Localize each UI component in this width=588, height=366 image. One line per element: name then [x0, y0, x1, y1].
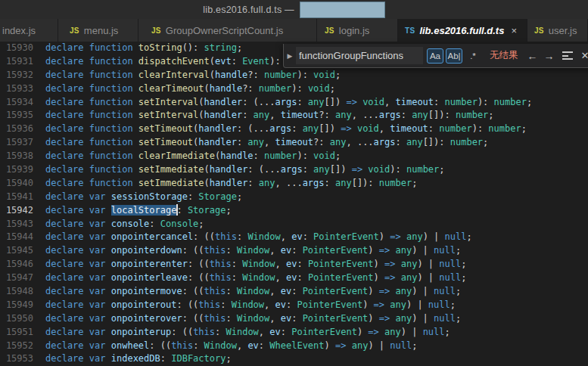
editor: 15930 declare function toString(): strin…: [0, 42, 588, 366]
vscode-window: lib.es2016.full.d.ts — index.js JS menu.…: [0, 0, 588, 366]
line-code: declare function dispatchEvent(evt: Even…: [33, 55, 286, 69]
file-type-icon: JS: [534, 26, 544, 35]
regex-button[interactable]: .*: [465, 48, 481, 64]
tab-label: index.js: [2, 25, 36, 36]
previous-match-button[interactable]: ←: [527, 50, 538, 62]
line-number: 15948: [0, 285, 33, 299]
redacted-title-block: [300, 2, 385, 18]
code-line[interactable]: 15947 declare var onpointerleave: ((this…: [0, 271, 588, 285]
match-case-label: Aa: [430, 51, 440, 60]
code-line[interactable]: 15949 declare var onpointerout: ((this: …: [0, 299, 588, 312]
tab-close-icon[interactable]: ×: [509, 25, 519, 36]
line-code: declare function setTimeout(handler: (..…: [33, 123, 527, 136]
code-line[interactable]: 15932 declare function clearInterval(han…: [0, 69, 588, 82]
line-code: declare var sessionStorage: Storage;: [33, 191, 242, 204]
line-code: declare function clearTimeout(handle?: n…: [33, 82, 335, 96]
line-number: 15945: [0, 244, 33, 258]
line-number: 15938: [0, 150, 33, 163]
line-code: declare var onwheel: ((this: Window, ev:…: [33, 340, 417, 353]
tab-label: GroupOwnerScriptCount.js: [166, 25, 283, 36]
line-code: declare var onpointerover: ((this: Windo…: [33, 312, 461, 326]
toggle-replace-icon[interactable]: ▶: [284, 52, 296, 60]
file-type-icon: JS: [70, 26, 79, 35]
line-number: 15936: [0, 123, 33, 136]
line-number: 15937: [0, 136, 33, 150]
code-line[interactable]: 15950 declare var onpointerover: ((this:…: [0, 312, 588, 326]
line-code: declare var console: Console;: [33, 218, 204, 231]
code-line[interactable]: 15945 declare var onpointerdown: ((this:…: [0, 244, 588, 258]
tab-label: user.js: [549, 25, 577, 36]
window-title: lib.es2016.full.d.ts —: [203, 5, 294, 15]
file-type-icon: TS: [405, 26, 415, 35]
code-line[interactable]: 15946 declare var onpointerenter: ((this…: [0, 258, 588, 271]
code-line[interactable]: 15941 declare var sessionStorage: Storag…: [0, 191, 588, 204]
code-line[interactable]: 15948 declare var onpointermove: ((this:…: [0, 285, 588, 299]
whole-word-button[interactable]: Ab|: [446, 48, 462, 64]
code-line[interactable]: 15943 declare var console: Console;: [0, 218, 588, 231]
code-line[interactable]: 15936 declare function setTimeout(handle…: [0, 123, 588, 136]
code-line[interactable]: 15944 declare var onpointercancel: ((thi…: [0, 231, 588, 244]
line-code: declare var onpointercancel: ((this: Win…: [33, 231, 472, 244]
line-code: declare var onpointerenter: ((this: Wind…: [33, 258, 466, 271]
line-code: declare function setImmediate(handler: (…: [33, 163, 445, 177]
line-code: declare var localStorage: Storage;: [33, 204, 232, 218]
line-code: declare var indexedDB: IDBFactory;: [33, 352, 232, 366]
line-number: 15952: [0, 340, 33, 353]
line-number: 15943: [0, 218, 33, 231]
find-in-selection-icon[interactable]: [562, 51, 574, 60]
find-widget: ▶ Aa Ab| .* 无结果 ← → ✕: [283, 44, 588, 68]
find-results-status: 无结果: [490, 49, 518, 62]
file-type-icon: JS: [151, 26, 161, 35]
tab-bar: index.js JS menu.js JS GroupOwnerScriptC…: [0, 19, 588, 42]
code-area: 15930 declare function toString(): strin…: [0, 42, 588, 366]
next-match-button[interactable]: →: [544, 50, 555, 62]
line-code: declare function setInterval(handler: (.…: [33, 96, 532, 110]
code-line[interactable]: 15952 declare var onwheel: ((this: Windo…: [0, 340, 588, 353]
line-code: declare var onpointerleave: ((this: Wind…: [33, 271, 466, 285]
line-number: 15934: [0, 96, 33, 110]
line-number: 15941: [0, 191, 33, 204]
tab-label: lib.es2016.full.d.ts: [419, 25, 504, 36]
line-number: 15949: [0, 299, 33, 312]
code-line[interactable]: 15938 declare function clearImmediate(ha…: [0, 150, 588, 163]
tab-login.js[interactable]: JS login.js: [317, 19, 398, 42]
line-number: 15935: [0, 109, 33, 123]
whole-word-label: Ab|: [447, 51, 460, 60]
tab-label: login.js: [339, 25, 369, 36]
line-number: 15942: [0, 204, 33, 218]
line-number: 15930: [0, 42, 33, 55]
tab-lib.es2016.full.d.ts[interactable]: TS lib.es2016.full.d.ts ×: [398, 19, 527, 42]
code-line[interactable]: 15939 declare function setImmediate(hand…: [0, 163, 588, 177]
line-number: 15940: [0, 177, 33, 191]
find-close-icon[interactable]: ✕: [581, 50, 588, 61]
code-line[interactable]: 15951 declare var onpointerup: ((this: W…: [0, 326, 588, 340]
find-input[interactable]: [296, 47, 423, 64]
match-case-button[interactable]: Aa: [427, 48, 443, 64]
line-number: 15939: [0, 163, 33, 177]
tab-menu.js[interactable]: JS menu.js: [58, 19, 138, 42]
tab-user.js[interactable]: JS user.js: [527, 19, 588, 42]
code-line[interactable]: 15940 declare function setImmediate(hand…: [0, 177, 588, 191]
line-number: 15951: [0, 326, 33, 340]
code-line[interactable]: 15934 declare function setInterval(handl…: [0, 96, 588, 110]
line-number: 15933: [0, 82, 33, 96]
tab-label: menu.js: [84, 25, 119, 36]
code-line[interactable]: 15953 declare var indexedDB: IDBFactory;: [0, 352, 588, 366]
tab-GroupOwnerScriptCount.js[interactable]: JS GroupOwnerScriptCount.js: [138, 19, 317, 42]
code-line[interactable]: 15933 declare function clearTimeout(hand…: [0, 82, 588, 96]
regex-label: .*: [470, 51, 476, 60]
line-code: declare function clearImmediate(handle: …: [33, 150, 341, 163]
line-number: 15950: [0, 312, 33, 326]
line-number: 15946: [0, 258, 33, 271]
line-code: declare var onpointermove: ((this: Windo…: [33, 285, 461, 299]
code-line[interactable]: 15937 declare function setTimeout(handle…: [0, 136, 588, 150]
line-number: 15932: [0, 69, 33, 82]
file-type-icon: JS: [325, 26, 334, 35]
code-line[interactable]: 15942 declare var localStorage: Storage;: [0, 204, 588, 218]
code-line[interactable]: 15935 declare function setInterval(handl…: [0, 109, 588, 123]
tab-index.js[interactable]: index.js: [0, 19, 58, 42]
line-number: 15944: [0, 231, 33, 244]
line-code: declare function setImmediate(handler: a…: [33, 177, 417, 191]
line-code: declare var onpointerout: ((this: Window…: [33, 299, 456, 312]
line-code: declare function setTimeout(handler: any…: [33, 136, 488, 150]
